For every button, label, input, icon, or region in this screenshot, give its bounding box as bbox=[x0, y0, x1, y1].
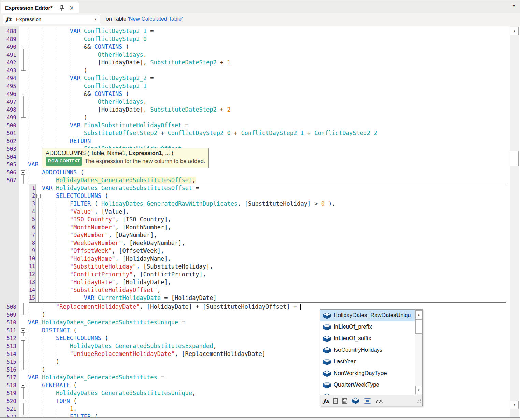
code-line[interactable]: 6 "MonthNumber", [MonthNumber], bbox=[29, 223, 506, 231]
code-line[interactable]: 491 OtherHolidays, bbox=[0, 51, 510, 59]
code-line[interactable]: 499 ) bbox=[0, 114, 510, 121]
code-line[interactable]: 489 ConflictDayStep2_0 bbox=[0, 35, 510, 43]
code-line[interactable]: 492 [HolidayDate], SubstituteDateStep2 +… bbox=[0, 59, 510, 67]
fold-collapse-icon[interactable] bbox=[21, 92, 25, 96]
function-filter-icon[interactable]: ƒx bbox=[323, 397, 329, 404]
column-filter-icon[interactable] bbox=[333, 398, 338, 404]
code-line[interactable]: 15 VAR CurrentHolidayDate = [HolidayDate… bbox=[29, 294, 506, 302]
expression-toolbar: ƒx Expression ▼ on Table 'New Calculated… bbox=[0, 13, 520, 26]
code-line[interactable]: 515 ) bbox=[0, 358, 510, 366]
code-line[interactable]: 514 "UniuqeReplacementHolidayDate", [Rep… bbox=[0, 350, 510, 358]
code-text: && CONTAINS ( bbox=[28, 43, 129, 51]
code-text: ConflictDayStep2_1 bbox=[28, 82, 147, 90]
autocomplete-item[interactable]: InLieuOf_suffix bbox=[320, 333, 422, 345]
code-line[interactable]: 13 "HolidayDate", [HolidayDate], bbox=[29, 278, 506, 286]
fold-collapse-icon[interactable] bbox=[21, 45, 25, 49]
expression-editor-tab[interactable]: Expression Editor* × bbox=[1, 2, 79, 13]
autocomplete-item[interactable]: InLieuOf_prefix bbox=[320, 321, 422, 333]
code-line[interactable]: 495 ConflictDayStep2_1 bbox=[0, 82, 510, 90]
code-text: ConflictDayStep2_0 bbox=[28, 35, 147, 43]
code-line[interactable]: 14 "SubstituteHolidayOffset", bbox=[29, 286, 506, 294]
editor-vertical-scrollbar[interactable]: ▲ ▼ bbox=[510, 26, 519, 417]
scroll-down-arrow-icon[interactable]: ▼ bbox=[415, 386, 422, 394]
code-line[interactable]: 10 "HolidayName", [HolidayName], bbox=[29, 255, 506, 263]
code-line[interactable]: 1VAR HolidayDates_GeneratedSubstitutesOf… bbox=[29, 184, 506, 192]
code-line[interactable]: 507 HolidayDates_GeneratedSubstitutesOff… bbox=[0, 176, 510, 184]
table-link[interactable]: New Calculated Table bbox=[129, 16, 182, 22]
line-number: 507 bbox=[0, 176, 16, 184]
fold-collapse-icon[interactable] bbox=[21, 328, 25, 333]
code-line[interactable]: 3 FILTER ( HolidayDates_GeneratedRawWith… bbox=[29, 200, 506, 208]
autocomplete-scrollbar[interactable]: ▲ ▼ bbox=[415, 310, 422, 395]
code-line[interactable]: 2 SELECTCOLUMNS ( bbox=[29, 192, 506, 200]
code-line[interactable]: 11 "SubstituteHoliday", [SubstituteHolid… bbox=[29, 263, 506, 271]
fold-collapse-icon[interactable] bbox=[21, 399, 25, 403]
fold-collapse-icon[interactable] bbox=[36, 194, 41, 198]
code-line[interactable]: 517VAR HolidayDates_GeneratedSubstitutes… bbox=[0, 374, 510, 381]
pane-menu-caret-icon[interactable]: ▼ bbox=[512, 4, 516, 8]
fold-collapse-icon[interactable] bbox=[21, 415, 25, 417]
code-line[interactable]: 501 SubstituteOffsetStep2 + ConflictDayS… bbox=[0, 129, 510, 137]
code-line[interactable]: 519 HolidayDates_GeneratedSubstitutesUni… bbox=[0, 389, 510, 397]
autocomplete-item[interactable]: IsoCountryHolidays bbox=[320, 345, 422, 356]
line-number: 488 bbox=[0, 27, 16, 35]
code-line[interactable]: 493 ) bbox=[0, 67, 510, 74]
scroll-up-arrow-icon[interactable]: ▲ bbox=[415, 310, 422, 319]
code-line[interactable]: 488 VAR ConflictDayStep2_1 = bbox=[0, 27, 510, 35]
code-line[interactable]: 496 && CONTAINS ( bbox=[0, 90, 510, 98]
code-line[interactable]: 498 [HolidayDate], SubstituteDateStep2 +… bbox=[0, 106, 510, 114]
code-line[interactable]: 521 1, bbox=[0, 405, 510, 413]
code-line[interactable]: 509 ) bbox=[0, 311, 510, 319]
line-number: 514 bbox=[0, 350, 16, 358]
code-line[interactable]: 494 VAR ConflictDayStep2_2 = bbox=[0, 74, 510, 82]
code-line[interactable]: 4 "Value", [Value], bbox=[29, 208, 506, 216]
kpi-filter-icon[interactable] bbox=[376, 398, 383, 404]
code-line[interactable]: 512 SELECTCOLUMNS ( bbox=[0, 334, 510, 342]
code-line[interactable]: 511 DISTINCT ( bbox=[0, 327, 510, 334]
autocomplete-list[interactable]: HolidayDates_RawDatesUniquInLieuOf_prefi… bbox=[320, 310, 422, 395]
scroll-down-arrow-icon[interactable]: ▼ bbox=[510, 401, 519, 409]
code-line[interactable]: 12 "ConflictPriority", [ConflictPriority… bbox=[29, 271, 506, 278]
autocomplete-item-label: QuarterWeekType bbox=[334, 381, 379, 388]
line-number: 9 bbox=[29, 247, 35, 255]
expression-selector-combobox[interactable]: ƒx Expression ▼ bbox=[3, 15, 100, 24]
code-line[interactable]: 5 "ISO Country", [ISO Country], bbox=[29, 216, 506, 223]
scrollbar-thumb[interactable] bbox=[415, 319, 422, 334]
code-text: DISTINCT ( bbox=[28, 327, 77, 334]
code-line[interactable]: 9 "OffsetWeek", [OffsetWeek], bbox=[29, 247, 506, 255]
dax-code-editor[interactable]: 488 VAR ConflictDayStep2_1 =489 Conflict… bbox=[0, 26, 520, 417]
code-line[interactable]: 518 GENERATE ( bbox=[0, 381, 510, 389]
code-line[interactable]: 520 TOPN ( bbox=[0, 397, 510, 405]
calculator-filter-icon[interactable] bbox=[342, 398, 347, 404]
code-line[interactable]: 7 "DayNumber", [DayNumber], bbox=[29, 231, 506, 239]
code-line[interactable]: 506 ADDCOLUMNS ( bbox=[0, 169, 510, 176]
code-text: VAR ConflictDayStep2_1 = bbox=[28, 27, 154, 35]
table-filter-icon[interactable] bbox=[352, 397, 359, 404]
code-line[interactable]: 500 VAR FinalSubstituteHolidayOffset = bbox=[0, 121, 510, 129]
resize-grip-icon[interactable] bbox=[416, 398, 421, 404]
code-line[interactable]: 502 RETURN bbox=[0, 137, 510, 145]
autocomplete-item[interactable]: HolidayDates_RawDatesUniqu bbox=[320, 310, 422, 321]
code-text: "Value", [Value], bbox=[42, 208, 129, 216]
code-line[interactable]: 8 "WeekDayNumber", [WeekDayNumber], bbox=[29, 239, 506, 247]
code-line[interactable]: 522 FILTER ( bbox=[0, 413, 510, 417]
peek-editor[interactable]: 1VAR HolidayDates_GeneratedSubstitutesOf… bbox=[29, 184, 506, 303]
code-line[interactable]: 497 OtherHolidays, bbox=[0, 98, 510, 106]
code-line[interactable]: 508 "ReplacementHolidayDate", [HolidayDa… bbox=[0, 303, 510, 311]
scroll-up-arrow-icon[interactable]: ▲ bbox=[510, 27, 519, 35]
code-line[interactable]: 510VAR HolidayDates_GeneratedSubstitutes… bbox=[0, 319, 510, 327]
code-line[interactable]: 513 HolidayDates_GeneratedSubstitutesExp… bbox=[0, 342, 510, 350]
close-icon[interactable]: × bbox=[68, 3, 76, 12]
keyword-filter-icon[interactable] bbox=[364, 398, 371, 404]
autocomplete-item[interactable]: QuarterWeekType bbox=[320, 379, 422, 391]
fold-collapse-icon[interactable] bbox=[21, 336, 25, 341]
fold-collapse-icon[interactable] bbox=[21, 170, 25, 175]
code-text: HolidayDates_GeneratedSubstitutesExpande… bbox=[28, 342, 217, 350]
pin-icon[interactable] bbox=[58, 5, 65, 12]
autocomplete-item[interactable]: NonWorkingDayType bbox=[320, 368, 422, 379]
code-line[interactable]: 516 ) bbox=[0, 366, 510, 374]
fold-collapse-icon[interactable] bbox=[21, 383, 25, 388]
code-line[interactable]: 490 && CONTAINS ( bbox=[0, 43, 510, 51]
autocomplete-item[interactable]: LastYear bbox=[320, 356, 422, 368]
scrollbar-thumb[interactable] bbox=[510, 151, 519, 166]
